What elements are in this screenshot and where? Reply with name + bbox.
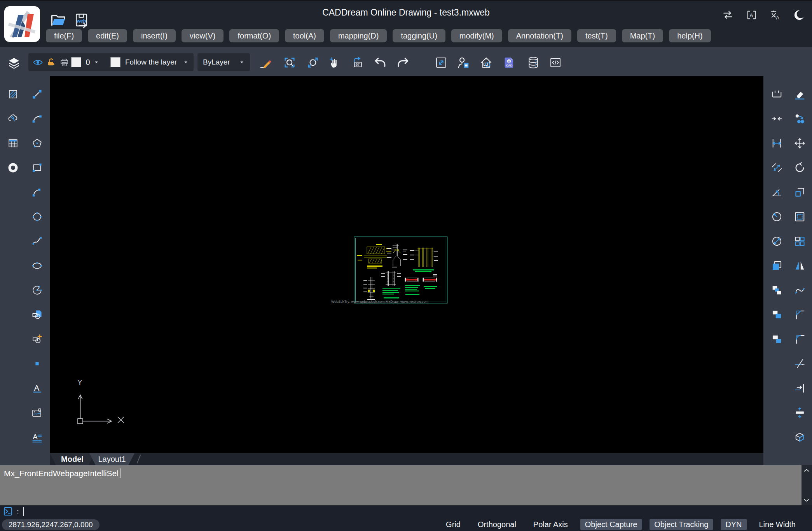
draw-order-back-icon[interactable]	[769, 331, 784, 347]
chamfer-icon[interactable]	[792, 307, 807, 322]
current-layer-value[interactable]: 0	[84, 53, 92, 71]
menu-item-file[interactable]: file(F)	[46, 29, 82, 42]
command-input-row[interactable]: :	[3, 507, 24, 516]
dim-aligned-icon[interactable]	[769, 160, 784, 175]
menu-item-mapping[interactable]: mapping(D)	[330, 29, 387, 42]
database-icon[interactable]	[526, 55, 541, 70]
scroll-down-icon[interactable]	[802, 496, 811, 505]
copy-icon[interactable]	[769, 258, 784, 273]
history-scrollbar[interactable]	[802, 465, 812, 505]
open-file-icon[interactable]	[50, 12, 67, 29]
save-web-icon[interactable]	[73, 12, 90, 29]
menu-item-modify[interactable]: modify(M)	[451, 29, 502, 42]
menu-item-help[interactable]: help(H)	[669, 29, 711, 42]
move-icon[interactable]	[792, 135, 807, 151]
draw-order-front-icon[interactable]	[769, 307, 784, 322]
arc-start-end-icon[interactable]	[29, 111, 45, 126]
line-icon[interactable]	[29, 86, 45, 102]
night-mode-icon[interactable]	[793, 9, 805, 21]
zoom-window-icon[interactable]	[282, 55, 297, 70]
break-icon[interactable]	[769, 86, 784, 102]
tab-model[interactable]: Model	[50, 453, 95, 465]
join-icon[interactable]	[769, 111, 784, 126]
arc-icon[interactable]	[29, 184, 45, 200]
circle-icon[interactable]	[29, 209, 45, 224]
layers-icon[interactable]	[7, 56, 21, 70]
spline-edit-icon[interactable]	[792, 282, 807, 298]
spline-icon[interactable]	[29, 233, 45, 249]
draw-order-top-icon[interactable]	[769, 282, 784, 298]
dev-code-icon[interactable]	[548, 55, 563, 70]
fit-screen-icon[interactable]	[434, 55, 449, 70]
dim-diameter-icon[interactable]	[769, 233, 784, 249]
menu-item-format[interactable]: format(O)	[229, 29, 279, 42]
extend-icon[interactable]	[792, 380, 807, 396]
mirror-icon[interactable]	[792, 258, 807, 273]
rotate-90-icon[interactable]	[350, 55, 365, 70]
undo-icon[interactable]	[373, 55, 388, 70]
home-drawing-icon[interactable]	[479, 55, 494, 70]
cad-file-icon[interactable]	[502, 55, 517, 70]
ellipse-icon[interactable]	[29, 258, 45, 273]
menu-item-tagging[interactable]: tagging(U)	[393, 29, 445, 42]
status-toggle-object-tracking[interactable]: Object Tracking	[650, 519, 713, 530]
text-icon[interactable]	[29, 380, 45, 396]
mtext-icon[interactable]	[29, 429, 45, 445]
table-icon[interactable]	[5, 135, 21, 151]
find-text-icon[interactable]	[746, 9, 758, 21]
dim-linear-icon[interactable]	[769, 135, 784, 151]
layer-visibility-icon[interactable]	[32, 53, 43, 71]
polygon-icon[interactable]	[29, 135, 45, 151]
revision-cloud-icon[interactable]	[5, 111, 21, 126]
donut-icon[interactable]	[5, 160, 21, 175]
menu-item-view[interactable]: view(V)	[182, 29, 224, 42]
layer-print-icon[interactable]	[59, 53, 69, 71]
layer-color-swatch[interactable]	[71, 57, 81, 67]
trim-icon[interactable]	[792, 356, 807, 371]
scale-icon[interactable]	[792, 184, 807, 200]
block-insert-icon[interactable]	[29, 307, 45, 322]
array-icon[interactable]	[792, 233, 807, 249]
view-3d-icon[interactable]	[792, 429, 807, 445]
translate-icon[interactable]	[769, 9, 781, 21]
status-toggle-polar-axis[interactable]: Polar Axis	[529, 519, 573, 530]
app-logo[interactable]	[4, 6, 40, 42]
drawing-canvas[interactable]: Y	[50, 76, 763, 453]
menu-item-insert[interactable]: insert(I)	[133, 29, 176, 42]
menu-item-annotation[interactable]: Annotation(T)	[508, 29, 571, 42]
rotate-icon[interactable]	[792, 160, 807, 175]
zoom-extents-icon[interactable]	[306, 55, 320, 70]
layer-dropdown-caret-icon[interactable]	[93, 53, 100, 71]
status-toggle-orthogonal[interactable]: Orthogonal	[473, 519, 521, 530]
menu-item-edit[interactable]: edit(E)	[88, 29, 127, 42]
dim-radius-icon[interactable]	[769, 209, 784, 224]
image-icon[interactable]	[29, 405, 45, 420]
pie-icon[interactable]	[29, 282, 45, 298]
scroll-up-icon[interactable]	[802, 466, 811, 475]
layer-lock-icon[interactable]	[46, 53, 56, 71]
bylayer-dropdown[interactable]: ByLayer	[197, 53, 250, 71]
fillet-icon[interactable]	[792, 331, 807, 347]
draw-pencil-icon[interactable]	[258, 55, 273, 70]
hatch-icon[interactable]	[5, 86, 21, 102]
menu-item-test[interactable]: test(T)	[577, 29, 616, 42]
copy-multiple-icon[interactable]	[792, 111, 807, 126]
status-toggle-object-capture[interactable]: Object Capture	[580, 519, 642, 530]
follow-layer-dropdown[interactable]: Follow the layer	[108, 53, 194, 71]
select-window-icon[interactable]	[792, 209, 807, 224]
pan-icon[interactable]	[328, 55, 342, 70]
erase-icon[interactable]	[792, 86, 807, 102]
menu-item-tool[interactable]: tool(A)	[285, 29, 324, 42]
status-toggle-dyn[interactable]: DYN	[721, 519, 746, 530]
swap-view-icon[interactable]	[722, 9, 734, 21]
stretch-icon[interactable]	[792, 405, 807, 420]
rectangle-icon[interactable]	[29, 160, 45, 175]
point-icon[interactable]	[29, 356, 45, 371]
tab-layout1[interactable]: Layout1	[89, 453, 134, 465]
menu-item-map[interactable]: Map(T)	[622, 29, 663, 42]
redo-icon[interactable]	[396, 55, 410, 70]
dim-angle-icon[interactable]	[769, 184, 784, 200]
command-history-panel[interactable]: Mx_FrontEndWebpageIntelliSel	[0, 465, 812, 505]
status-toggle-grid[interactable]: Grid	[441, 519, 465, 530]
user-layers-icon[interactable]	[456, 55, 471, 70]
